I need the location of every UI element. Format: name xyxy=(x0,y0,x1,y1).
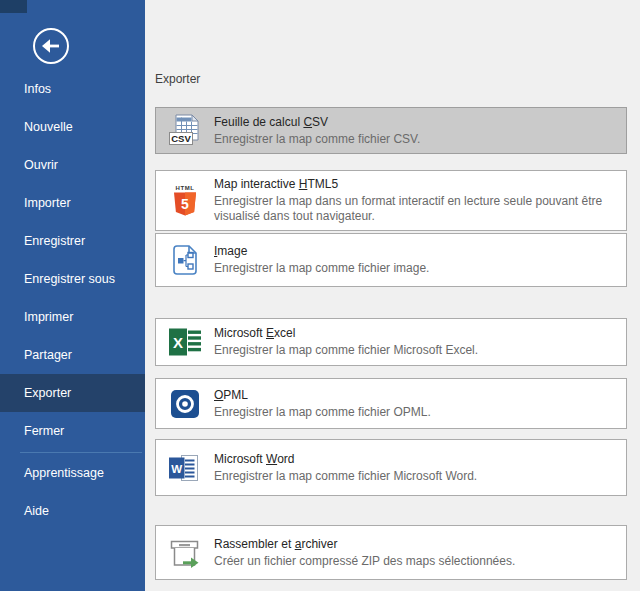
page-title: Exporter xyxy=(155,72,200,86)
sidebar-item-nouvelle[interactable]: Nouvelle xyxy=(0,108,145,146)
export-option-csv[interactable]: CSV Feuille de calcul CSV Enregistrer la… xyxy=(155,107,627,154)
export-option-title: Map interactive HTML5 xyxy=(214,177,618,192)
word-icon: W xyxy=(167,451,203,485)
titlebar-corner xyxy=(0,0,27,13)
excel-letter-label: X xyxy=(173,334,183,351)
export-option-desc: Créer un fichier compressé ZIP des maps … xyxy=(214,554,515,569)
html5-word-label: HTML xyxy=(175,185,194,191)
export-option-desc: Enregistrer la map comme fichier Microso… xyxy=(214,469,477,484)
sidebar-item-enregistrer[interactable]: Enregistrer xyxy=(0,222,145,260)
export-option-word[interactable]: W Microsoft Word Enregistrer la map comm… xyxy=(155,439,627,496)
sidebar-item-fermer[interactable]: Fermer xyxy=(0,412,145,450)
html5-number-label: 5 xyxy=(181,196,189,212)
image-export-icon xyxy=(167,243,203,277)
export-option-opml[interactable]: OPML Enregistrer la map comme fichier OP… xyxy=(155,378,627,429)
opml-icon xyxy=(167,388,203,420)
sidebar-item-partager[interactable]: Partager xyxy=(0,336,145,374)
export-option-title: Rassembler et archiver xyxy=(214,537,515,552)
export-option-title: Feuille de calcul CSV xyxy=(214,115,420,130)
sidebar-item-imprimer[interactable]: Imprimer xyxy=(0,298,145,336)
sidebar: Infos Nouvelle Ouvrir Importer Enregistr… xyxy=(0,0,145,591)
word-letter-label: W xyxy=(171,462,182,474)
sidebar-item-apprentissage[interactable]: Apprentissage xyxy=(0,454,145,492)
export-option-title: OPML xyxy=(214,388,431,403)
export-option-archive[interactable]: Rassembler et archiver Créer un fichier … xyxy=(155,525,627,580)
export-option-html5[interactable]: HTML 5 Map interactive HTML5 Enregistrer… xyxy=(155,170,627,231)
export-option-title: Image xyxy=(214,244,429,259)
sidebar-item-importer[interactable]: Importer xyxy=(0,184,145,222)
excel-icon: X xyxy=(167,326,203,358)
back-button[interactable] xyxy=(31,26,71,66)
csv-spreadsheet-icon: CSV xyxy=(167,113,203,149)
sidebar-item-enregistrer-sous[interactable]: Enregistrer sous xyxy=(0,260,145,298)
export-option-title: Microsoft Excel xyxy=(214,326,478,341)
sidebar-item-infos[interactable]: Infos xyxy=(0,70,145,108)
export-option-title: Microsoft Word xyxy=(214,452,477,467)
sidebar-item-aide[interactable]: Aide xyxy=(0,492,145,530)
export-option-desc: Enregistrer la map comme fichier OPML. xyxy=(214,405,431,420)
export-option-desc: Enregistrer la map comme fichier image. xyxy=(214,261,429,276)
sidebar-item-ouvrir[interactable]: Ouvrir xyxy=(0,146,145,184)
export-panel: Exporter CSV Feuille de calcul CSV Enreg… xyxy=(145,0,640,591)
html5-icon: HTML 5 xyxy=(167,183,203,219)
export-option-excel[interactable]: X Microsoft Excel Enregistrer la map com… xyxy=(155,318,627,366)
archive-box-icon xyxy=(167,536,203,570)
export-option-desc: Enregistrer la map dans un format intera… xyxy=(214,194,618,224)
sidebar-item-exporter[interactable]: Exporter xyxy=(0,374,145,412)
export-option-desc: Enregistrer la map comme fichier CSV. xyxy=(214,132,420,147)
backstage-export-view: { "sidebar": { "items": ["Infos", "Nouve… xyxy=(0,0,640,591)
csv-badge-label: CSV xyxy=(171,132,191,143)
back-arrow-icon xyxy=(31,26,71,66)
sidebar-separator xyxy=(20,452,142,453)
sidebar-nav: Infos Nouvelle Ouvrir Importer Enregistr… xyxy=(0,70,145,530)
export-option-desc: Enregistrer la map comme fichier Microso… xyxy=(214,343,478,358)
export-option-image[interactable]: Image Enregistrer la map comme fichier i… xyxy=(155,233,627,287)
